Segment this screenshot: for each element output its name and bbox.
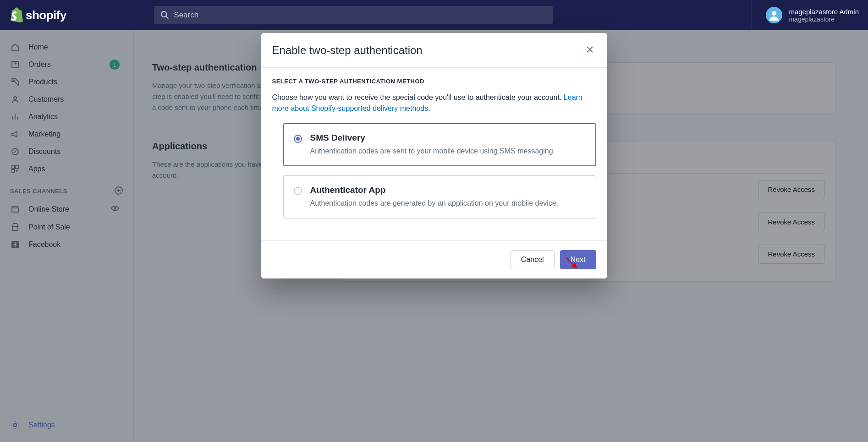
avatar (766, 7, 782, 23)
search-box[interactable] (154, 6, 553, 24)
modal-description: Choose how you want to receive the speci… (272, 92, 596, 114)
modal-body: SELECT A TWO-STEP AUTHENTICATION METHOD … (261, 68, 607, 240)
search-wrap (154, 6, 553, 24)
modal-overlay: Enable two-step authentication SELECT A … (0, 30, 868, 442)
topbar: shopify mageplazastore Admin mageplazast… (0, 0, 868, 30)
modal-footer: Cancel Next (261, 240, 607, 278)
method-option-app[interactable]: Authenticator App Authentication codes a… (283, 175, 596, 218)
next-button[interactable]: Next (560, 250, 596, 269)
search-input[interactable] (174, 11, 546, 20)
close-icon (585, 45, 594, 54)
radio-sms[interactable] (294, 135, 302, 143)
logo[interactable]: shopify (9, 7, 134, 23)
method-option-sms[interactable]: SMS Delivery Authentication codes are se… (283, 123, 596, 166)
method-title: Authenticator App (310, 185, 559, 195)
modal-close-button[interactable] (583, 43, 596, 57)
topbar-user[interactable]: mageplazastore Admin mageplazastore (752, 0, 859, 30)
svg-line-1 (166, 16, 169, 19)
avatar-icon (768, 9, 780, 22)
method-desc: Authentication codes are generated by an… (310, 198, 559, 209)
method-title: SMS Delivery (310, 133, 555, 143)
user-name: mageplazastore Admin (789, 8, 859, 16)
cancel-button[interactable]: Cancel (511, 250, 555, 269)
shopify-bag-icon (9, 7, 23, 23)
method-desc: Authentication codes are sent to your mo… (310, 146, 555, 157)
svg-point-0 (161, 11, 167, 17)
search-icon (160, 11, 169, 20)
user-tenant: mageplazastore (789, 16, 859, 23)
modal-subtitle: SELECT A TWO-STEP AUTHENTICATION METHOD (272, 78, 596, 85)
logo-text: shopify (26, 8, 66, 22)
modal-title: Enable two-step authentication (272, 44, 423, 57)
svg-point-2 (772, 11, 776, 16)
modal-header: Enable two-step authentication (261, 33, 607, 68)
radio-app[interactable] (294, 187, 302, 195)
two-step-modal: Enable two-step authentication SELECT A … (261, 33, 607, 278)
user-info: mageplazastore Admin mageplazastore (789, 8, 859, 23)
